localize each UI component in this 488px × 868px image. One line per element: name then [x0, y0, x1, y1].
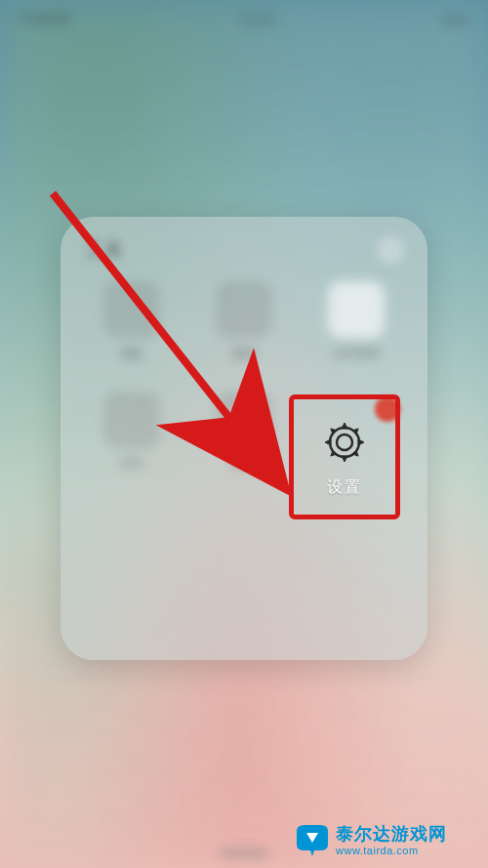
app-label: 文件管理	[333, 346, 380, 362]
app-item[interactable]: 图库	[192, 281, 297, 374]
dock-blur	[220, 845, 268, 854]
notification-badge	[375, 396, 400, 422]
app-label: 相机	[120, 346, 143, 362]
app-label: 天气	[120, 456, 143, 473]
watermark: 泰尔达游戏网 www.tairda.com	[293, 817, 488, 864]
status-carrier: 中国联通	[20, 11, 70, 28]
status-bar: 中国联通 15:28 65%	[0, 0, 488, 39]
gear-icon	[319, 417, 370, 468]
app-icon	[103, 281, 160, 338]
app-icon	[216, 392, 272, 448]
settings-app[interactable]: 设置	[299, 404, 390, 510]
svg-rect-3	[220, 848, 268, 858]
svg-point-1	[330, 428, 359, 457]
folder-add-button[interactable]	[377, 236, 404, 264]
svg-point-0	[337, 434, 352, 450]
app-item[interactable]: 天气	[80, 392, 184, 484]
app-icon	[103, 392, 160, 448]
status-time: 15:28	[239, 12, 273, 27]
watermark-url: www.tairda.com	[336, 845, 447, 857]
settings-label: 设置	[327, 477, 362, 498]
watermark-name: 泰尔达游戏网	[336, 824, 447, 845]
app-icon	[328, 281, 385, 338]
app-item[interactable]: 时钟	[192, 392, 297, 484]
app-item[interactable]: 相机	[80, 281, 184, 374]
app-label: 图库	[232, 346, 256, 362]
app-item[interactable]: 文件管理	[304, 281, 408, 374]
app-icon	[216, 281, 272, 338]
folder-title: 工具	[84, 237, 123, 264]
status-battery: 65%	[443, 13, 468, 27]
app-label: 时钟	[232, 456, 256, 473]
watermark-logo-icon	[293, 823, 332, 858]
folder-header: 工具	[74, 234, 414, 271]
